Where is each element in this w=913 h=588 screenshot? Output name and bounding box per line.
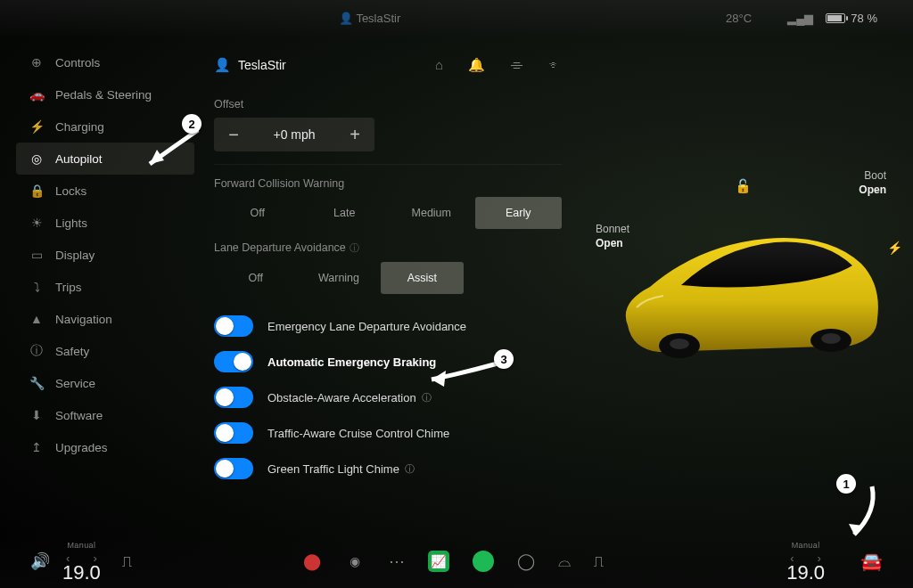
- status-location: 👤 TeslaStir: [339, 12, 400, 25]
- signal-icon: ▂▄▆: [787, 12, 813, 25]
- sidebar-item-label: Controls: [55, 56, 100, 69]
- app-tray: ⬤ ◉ ⋯ 📈 ◯ ⌓ ⎍: [303, 551, 604, 572]
- sidebar-item-controls[interactable]: ⊕Controls: [16, 46, 194, 78]
- charge-bolt-icon[interactable]: ⚡: [887, 241, 902, 255]
- climate-right[interactable]: Manual ‹› 19.0: [786, 541, 825, 583]
- toggle-switch[interactable]: [214, 351, 253, 372]
- sidebar-icon: ◎: [27, 151, 46, 166]
- sidebar-item-charging[interactable]: ⚡Charging: [16, 110, 194, 143]
- fcw-option-medium[interactable]: Medium: [388, 197, 475, 229]
- battery-icon: [826, 13, 845, 23]
- info-icon[interactable]: ⓘ: [350, 242, 359, 253]
- toggle-green-traffic-light-chime: Green Traffic Light Chimeⓘ: [214, 451, 562, 486]
- offset-minus-button[interactable]: −: [214, 125, 253, 145]
- offset-label: Offset: [214, 98, 562, 110]
- camera-icon[interactable]: ◯: [517, 551, 535, 571]
- sidebar-item-label: Trips: [55, 281, 82, 294]
- defrost-front-icon[interactable]: ⌓: [558, 552, 571, 571]
- sidebar-item-software[interactable]: ⬇Software: [16, 399, 194, 431]
- climate-left[interactable]: Manual ‹› 19.0: [62, 541, 101, 583]
- sidebar-item-lights[interactable]: ☀Lights: [16, 207, 194, 239]
- sidebar-item-autopilot[interactable]: ◎Autopilot: [16, 143, 194, 175]
- bluetooth-icon[interactable]: ⌯: [510, 57, 523, 73]
- lda-segment[interactable]: OffWarningAssist: [214, 262, 464, 294]
- sidebar-item-service[interactable]: 🔧Service: [16, 367, 194, 399]
- volume-icon[interactable]: 🔊: [30, 551, 50, 571]
- offset-plus-button[interactable]: +: [335, 125, 374, 145]
- car-image: [610, 223, 886, 374]
- more-icon[interactable]: ⋯: [389, 551, 405, 571]
- seat-right-icon[interactable]: ⎍: [594, 552, 604, 571]
- offset-value: +0 mph: [253, 127, 335, 142]
- sidebar-icon: ↥: [27, 440, 46, 454]
- sidebar-item-label: Safety: [55, 345, 89, 358]
- sidebar-item-label: Locks: [55, 184, 86, 198]
- sidebar-icon: 🔒: [27, 184, 46, 198]
- fcw-option-off[interactable]: Off: [214, 197, 301, 229]
- status-temperature: 28°C: [726, 12, 752, 25]
- sidebar-item-locks[interactable]: 🔒Locks: [16, 175, 194, 207]
- user-icon: 👤: [214, 57, 231, 73]
- svg-point-2: [670, 339, 689, 349]
- wifi-icon[interactable]: ᯤ: [548, 57, 562, 73]
- toggle-switch[interactable]: [214, 315, 253, 337]
- toggle-automatic-emergency-braking: Automatic Emergency Braking: [214, 344, 562, 380]
- bell-icon[interactable]: 🔔: [468, 57, 485, 73]
- sidebar-item-label: Display: [55, 249, 95, 262]
- seat-left-icon[interactable]: ⎍: [122, 552, 132, 571]
- info-icon[interactable]: ⓘ: [422, 391, 432, 404]
- lda-option-assist[interactable]: Assist: [381, 262, 464, 294]
- autopilot-panel: 👤 TeslaStir ⌂ 🔔 ⌯ ᯤ Offset − +0 mph + Fo…: [214, 45, 562, 535]
- toggle-switch[interactable]: [214, 458, 253, 479]
- sidebar-item-trips[interactable]: ⤵Trips: [16, 271, 194, 303]
- fcw-segment[interactable]: OffLateMediumEarly: [214, 197, 562, 229]
- sidebar-item-label: Pedals & Steering: [55, 88, 152, 102]
- sidebar-item-navigation[interactable]: ▲Navigation: [16, 303, 194, 335]
- sidebar-item-pedals-steering[interactable]: 🚗Pedals & Steering: [16, 78, 194, 110]
- toggle-switch[interactable]: [214, 387, 253, 408]
- sidebar-icon: ⬇: [27, 408, 46, 422]
- red-app-icon[interactable]: ⬤: [303, 551, 321, 571]
- spotify-icon[interactable]: [473, 551, 494, 572]
- sidebar-item-label: Autopilot: [55, 152, 103, 166]
- fcw-option-late[interactable]: Late: [301, 197, 389, 229]
- car-visualization: 🔓 ⚡ Bonnet Open Boot Open: [565, 36, 913, 535]
- user-name: TeslaStir: [238, 58, 286, 72]
- sidebar-icon: ⊕: [27, 55, 46, 69]
- car-icon[interactable]: 🚘: [860, 551, 883, 572]
- stocks-icon[interactable]: 📈: [428, 551, 449, 572]
- fcw-label: Forward Collision Warning: [214, 177, 562, 190]
- boot-status[interactable]: Boot Open: [859, 169, 886, 196]
- sidebar-icon: 🔧: [27, 376, 46, 390]
- lda-label: Lane Departure Avoidanceⓘ: [214, 241, 562, 255]
- home-icon[interactable]: ⌂: [435, 57, 443, 73]
- svg-point-3: [821, 333, 841, 344]
- dashcam-icon[interactable]: ◉: [344, 551, 366, 572]
- toggle-emergency-lane-departure-avoidance: Emergency Lane Departure Avoidance: [214, 308, 562, 344]
- toggle-label: Emergency Lane Departure Avoidance: [267, 320, 466, 333]
- toggle-label: Green Traffic Light Chime: [267, 462, 399, 476]
- panel-header: 👤 TeslaStir ⌂ 🔔 ⌯ ᯤ: [214, 45, 562, 86]
- sidebar-item-safety[interactable]: ⓘSafety: [16, 335, 194, 367]
- sidebar-icon: ☀: [27, 216, 46, 230]
- sidebar-item-label: Service: [55, 377, 95, 390]
- toggle-label: Obstacle-Aware Acceleration: [267, 391, 416, 404]
- bottom-bar: 🔊 Manual ‹› 19.0 ⎍ ⬤ ◉ ⋯ 📈 ◯ ⌓ ⎍ Manual …: [0, 535, 913, 588]
- sidebar-icon: 🚗: [27, 87, 46, 102]
- fcw-option-early[interactable]: Early: [475, 197, 563, 229]
- battery-percent: 78 %: [851, 12, 877, 25]
- sidebar-item-label: Upgrades: [55, 441, 108, 454]
- info-icon[interactable]: ⓘ: [405, 462, 415, 476]
- lda-option-warning[interactable]: Warning: [297, 262, 380, 294]
- sidebar-item-display[interactable]: ▭Display: [16, 239, 194, 271]
- lda-option-off[interactable]: Off: [214, 262, 297, 294]
- sidebar-item-upgrades[interactable]: ↥Upgrades: [16, 431, 194, 463]
- sidebar-icon: ▲: [27, 312, 46, 326]
- toggle-label: Automatic Emergency Braking: [267, 355, 436, 369]
- lock-open-icon[interactable]: 🔓: [735, 178, 752, 194]
- offset-stepper[interactable]: − +0 mph +: [214, 118, 374, 151]
- toggle-traffic-aware-cruise-control-chime: Traffic-Aware Cruise Control Chime: [214, 415, 562, 451]
- sidebar-item-label: Charging: [55, 120, 104, 134]
- toggle-switch[interactable]: [214, 422, 253, 444]
- sidebar-icon: ⚡: [27, 119, 46, 134]
